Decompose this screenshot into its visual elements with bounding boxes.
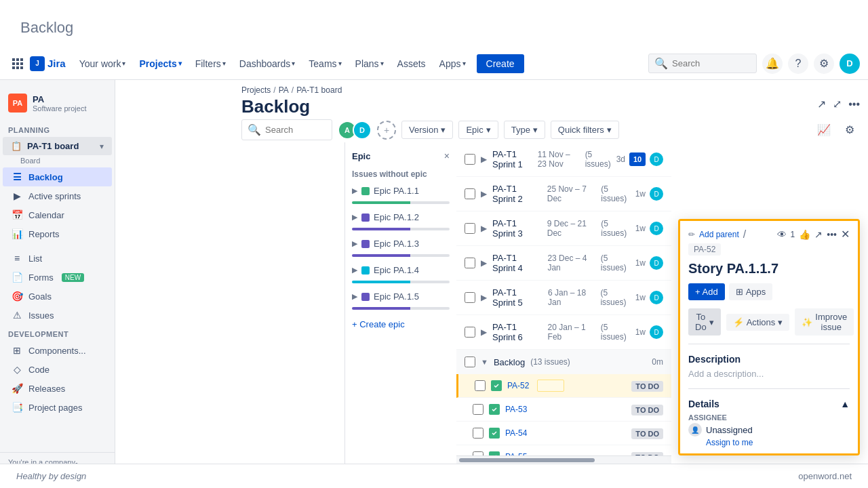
story-improve-button[interactable]: ✨ Improve issue: [795, 308, 854, 336]
sidebar-item-active-sprints[interactable]: ▶ Active sprints: [3, 186, 112, 205]
task-checkbox-pa52[interactable]: [475, 380, 486, 391]
sidebar-item-forms[interactable]: 📄 Forms NEW: [3, 268, 112, 287]
more-options-icon[interactable]: •••: [848, 98, 860, 110]
backlog-search-box[interactable]: 🔍: [241, 119, 332, 140]
task-id-pa54[interactable]: PA-54: [505, 428, 527, 438]
story-actions-button[interactable]: ⚡ Actions ▾: [726, 314, 790, 331]
breadcrumb-pa[interactable]: PA: [279, 85, 289, 95]
sprint-expand-5[interactable]: ▶: [481, 293, 487, 302]
epic-item-4[interactable]: ▶ Epic PA.1.4: [345, 261, 456, 279]
story-status-dropdown[interactable]: To Do ▾: [688, 308, 721, 336]
story-details-title[interactable]: Details ▲: [688, 399, 850, 409]
more-options-icon[interactable]: •••: [827, 229, 837, 240]
sidebar-board-item[interactable]: 📋 PA-T1 board ▾: [3, 137, 112, 155]
settings-filter-icon[interactable]: ⚙: [840, 120, 860, 140]
breadcrumb-projects[interactable]: Projects: [241, 85, 271, 95]
share-icon[interactable]: ↗: [814, 229, 823, 240]
sprint-expand-6[interactable]: ▶: [481, 327, 487, 337]
sidebar-item-components[interactable]: ⊞ Components...: [3, 341, 112, 360]
todo-badge-pa54[interactable]: TO DO: [631, 428, 663, 439]
task-row-pa53[interactable]: PA-53 TO DO: [456, 398, 671, 422]
notifications-icon[interactable]: 🔔: [762, 54, 783, 74]
backlog-expand-icon[interactable]: ▼: [481, 358, 488, 366]
jira-logo[interactable]: J Jira: [30, 56, 66, 71]
nav-teams[interactable]: Teams ▾: [303, 54, 347, 73]
like-icon[interactable]: 👍: [799, 229, 810, 240]
sidebar-item-calendar[interactable]: 📅 Calendar: [3, 205, 112, 224]
backlog-section-checkbox[interactable]: [465, 357, 475, 367]
sidebar-item-releases[interactable]: 🚀 Releases: [3, 379, 112, 398]
sidebar-item-project-pages[interactable]: 📑 Project pages: [3, 398, 112, 417]
type-filter-button[interactable]: Type ▾: [504, 121, 545, 139]
story-apps-button[interactable]: ⊞ Apps: [729, 283, 773, 300]
nav-plans[interactable]: Plans ▾: [350, 54, 389, 73]
sprint-checkbox-6[interactable]: [465, 327, 475, 338]
sprint-checkbox-5[interactable]: [465, 292, 475, 303]
sidebar-item-reports[interactable]: 📊 Reports: [3, 224, 112, 243]
nav-filters[interactable]: Filters ▾: [190, 54, 231, 73]
sidebar-item-list[interactable]: ≡ List: [3, 249, 112, 268]
create-epic-button[interactable]: + Create epic: [345, 314, 456, 335]
quick-filters-button[interactable]: Quick filters ▾: [551, 121, 619, 139]
grid-menu-icon[interactable]: [8, 54, 27, 73]
sprint-expand-3[interactable]: ▶: [481, 224, 487, 233]
todo-badge-pa53[interactable]: TO DO: [631, 405, 663, 415]
expand-icon[interactable]: ⤢: [833, 98, 842, 110]
sprint-name-6[interactable]: PA-T1 Sprint 6: [492, 322, 540, 342]
story-description-placeholder[interactable]: Add a description...: [688, 369, 850, 379]
sidebar-item-issues[interactable]: ⚠ Issues: [3, 306, 112, 325]
sprint-name-4[interactable]: PA-T1 Sprint 4: [492, 253, 539, 273]
sprint-checkbox-2[interactable]: [465, 188, 475, 199]
sprint-name-5[interactable]: PA-T1 Sprint 5: [492, 287, 540, 308]
sprint-expand-4[interactable]: ▶: [481, 258, 487, 268]
add-parent-link[interactable]: Add parent: [699, 230, 739, 239]
sprint-checkbox-1[interactable]: [465, 154, 475, 165]
watch-icon[interactable]: 👁: [777, 229, 787, 240]
task-row-pa55[interactable]: PA-55 TO DO: [456, 445, 671, 455]
sprint-name-1[interactable]: PA-T1 Sprint 1: [492, 149, 530, 169]
sidebar-item-goals[interactable]: 🎯 Goals: [3, 287, 112, 306]
nav-dashboards[interactable]: Dashboards ▾: [234, 54, 301, 73]
epic-item-1[interactable]: ▶ Epic PA.1.1: [345, 182, 456, 200]
create-button[interactable]: Create: [477, 54, 524, 73]
sidebar-item-code[interactable]: ◇ Code: [3, 360, 112, 379]
sprint-expand-2[interactable]: ▶: [481, 189, 487, 199]
chart-icon[interactable]: 📈: [814, 120, 834, 140]
breadcrumb-board[interactable]: PA-T1 board: [296, 85, 342, 95]
epic-filter-button[interactable]: Epic ▾: [458, 121, 498, 139]
global-search-box[interactable]: 🔍: [648, 54, 757, 73]
nav-your-work[interactable]: Your work ▾: [74, 54, 132, 73]
story-add-button[interactable]: + Add: [688, 283, 725, 300]
help-icon[interactable]: ?: [788, 54, 808, 74]
task-id-pa52[interactable]: PA-52: [507, 381, 529, 390]
sprint-expand-1[interactable]: ▶: [481, 155, 487, 164]
horizontal-scrollbar[interactable]: [456, 455, 671, 464]
sprint-checkbox-4[interactable]: [465, 258, 475, 268]
sidebar-item-backlog[interactable]: ☰ Backlog: [3, 167, 112, 186]
todo-badge-pa52[interactable]: TO DO: [631, 381, 663, 392]
avatar-filter-2[interactable]: D: [353, 121, 372, 140]
user-avatar[interactable]: D: [840, 54, 860, 74]
nav-assets[interactable]: Assets: [392, 54, 431, 73]
task-row-pa54[interactable]: PA-54 TO DO: [456, 422, 671, 445]
sprint-name-3[interactable]: PA-T1 Sprint 3: [492, 218, 539, 239]
add-member-button[interactable]: +: [377, 121, 396, 140]
share-icon[interactable]: ↗: [817, 98, 826, 110]
task-checkbox-pa53[interactable]: [473, 404, 484, 415]
sprint-name-2[interactable]: PA-T1 Sprint 2: [492, 184, 539, 204]
epic-item-5[interactable]: ▶ Epic PA.1.5: [345, 287, 456, 306]
epic-item-3[interactable]: ▶ Epic PA.1.3: [345, 235, 456, 253]
epic-item-2[interactable]: ▶ Epic PA.1.2: [345, 208, 456, 226]
search-input[interactable]: [672, 58, 740, 68]
version-filter-button[interactable]: Version ▾: [401, 121, 453, 139]
epic-panel-close-button[interactable]: ×: [444, 150, 450, 161]
settings-icon[interactable]: ⚙: [814, 54, 834, 74]
close-panel-icon[interactable]: ✕: [841, 228, 850, 241]
task-id-pa53[interactable]: PA-53: [505, 405, 527, 414]
task-row-pa52[interactable]: PA-52 TO DO: [456, 374, 671, 398]
backlog-search-input[interactable]: [265, 125, 326, 135]
assign-to-me-link[interactable]: Assign to me: [706, 438, 850, 447]
sprint-checkbox-3[interactable]: [465, 223, 475, 234]
nav-projects[interactable]: Projects ▾: [134, 54, 186, 73]
nav-apps[interactable]: Apps ▾: [434, 54, 471, 73]
